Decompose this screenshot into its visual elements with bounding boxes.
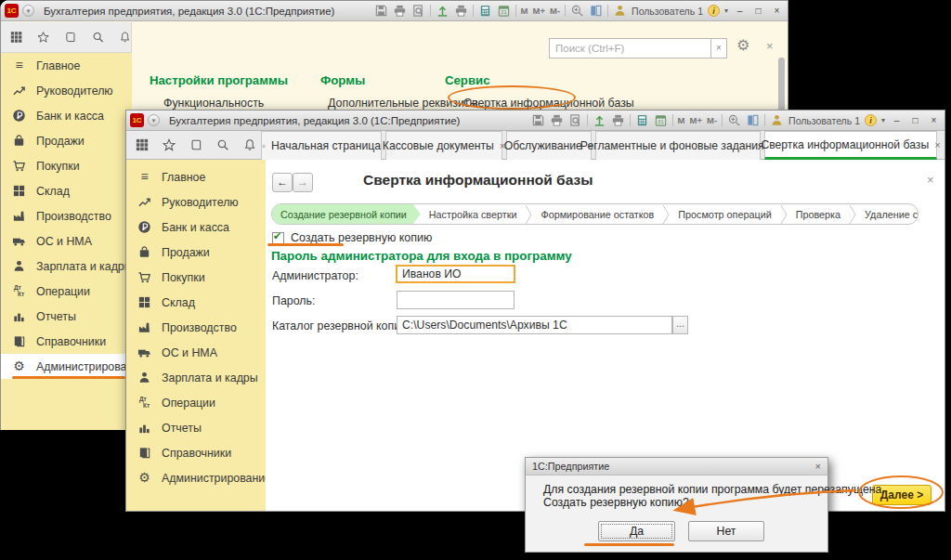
link-svertka-informatsionnoy-bazy[interactable]: Свертка информационной базы [463, 97, 634, 110]
forward-button[interactable]: → [293, 173, 313, 192]
chevron-down-icon[interactable]: ▾ [724, 7, 728, 15]
memory-mplus-button[interactable]: M+ [690, 115, 702, 125]
sidebar-item-operatsii[interactable]: ДтКтОперации [126, 390, 266, 415]
tab-close-icon[interactable]: × [934, 139, 940, 150]
tab-obsluzhivanie[interactable]: Обслуживание × [506, 131, 592, 160]
sidebar-item-spravochniki[interactable]: Справочники [1, 329, 132, 354]
memory-mminus-button[interactable]: M- [707, 115, 717, 125]
notifications-bell-icon[interactable] [119, 30, 131, 45]
zoom-icon[interactable] [570, 4, 584, 18]
sidebar-item-prodazhi[interactable]: Продажи [1, 128, 132, 153]
sidebar-item-pokupki[interactable]: Покупки [1, 153, 132, 178]
calculator-icon[interactable] [635, 113, 649, 127]
sidebar-item-administrirovanie[interactable]: ⚙Администрирование [1, 354, 132, 379]
maximize-button[interactable]: □ [908, 113, 922, 127]
info-icon[interactable]: i [708, 5, 720, 17]
info-icon[interactable]: i [865, 114, 877, 126]
panel-close-icon[interactable]: × [766, 39, 774, 53]
chevron-down-icon[interactable]: ▾ [881, 116, 885, 124]
page-close-icon[interactable]: × [927, 173, 934, 187]
window-menu-dropdown-icon[interactable]: ▾ [22, 5, 34, 17]
section-nastroyki-programmy[interactable]: Настройки программы [150, 73, 288, 87]
print-settings-icon[interactable] [611, 113, 625, 127]
print-preview-icon[interactable] [411, 4, 425, 18]
tab-reglamentnye-i-fonovye-zadaniya[interactable]: Регламентные и фоновые задания × [595, 131, 761, 160]
settings-gear-icon[interactable]: ⚙ [736, 36, 749, 54]
save-icon[interactable] [374, 4, 388, 18]
sidebar-item-otchety[interactable]: Отчеты [1, 304, 132, 329]
send-icon[interactable] [593, 113, 606, 127]
tab-nachalnaya-stranitsa[interactable]: Начальная страница [261, 131, 382, 160]
tab-kassovye-dokumenty[interactable]: Кассовые документы × [385, 131, 502, 160]
sidebar-item-otchety[interactable]: Отчеты [126, 415, 266, 440]
calendar-icon[interactable] [497, 4, 511, 18]
notifications-bell-icon[interactable] [243, 137, 256, 152]
link-funktsionalnost[interactable]: Функциональность [163, 97, 264, 110]
search-icon[interactable] [216, 137, 229, 152]
save-icon[interactable] [531, 113, 545, 127]
sidebar-item-sklad[interactable]: Склад [1, 178, 132, 203]
minimize-button[interactable]: – [733, 4, 747, 18]
history-icon[interactable] [189, 137, 202, 152]
section-servis[interactable]: Сервис [445, 73, 489, 87]
close-button[interactable]: × [770, 4, 784, 18]
print-preview-icon[interactable] [568, 113, 582, 127]
sidebar-item-prodazhi[interactable]: Продажи [126, 240, 266, 265]
zoom-icon[interactable] [727, 113, 741, 127]
sidebar-item-sklad[interactable]: Склад [126, 290, 266, 315]
dialog-close-icon[interactable]: × [815, 461, 821, 472]
password-field[interactable] [397, 291, 515, 309]
close-button[interactable]: × [927, 113, 941, 127]
calendar-icon[interactable] [654, 113, 668, 127]
search-input[interactable] [549, 38, 710, 59]
sidebar-item-proizvodstvo[interactable]: Производство [126, 315, 266, 340]
sidebar-item-glavnoe[interactable]: ≡Главное [126, 164, 266, 189]
search-clear-icon[interactable]: × [710, 38, 727, 59]
link-dopolnitelnye-rekvizity[interactable]: Дополнительные реквизиты [328, 97, 477, 110]
sidebar-item-proizvodstvo[interactable]: Производство [1, 203, 132, 228]
menu-grid-icon[interactable] [10, 30, 22, 45]
sidebar-item-rukovoditelyu[interactable]: Руководителю [1, 78, 132, 103]
maximize-button[interactable]: □ [751, 4, 765, 18]
tab-svertka-informatsionnoy-bazy[interactable]: Свертка информационной базы × [764, 131, 937, 160]
memory-mplus-button[interactable]: M+ [533, 6, 545, 16]
sidebar-item-bank-i-kassa[interactable]: Банк и касса [126, 215, 266, 240]
split-view-icon[interactable] [589, 4, 603, 18]
yes-button[interactable]: Да [598, 521, 675, 541]
favorites-star-icon[interactable] [163, 137, 176, 152]
sidebar-item-glavnoe[interactable]: ≡Главное [1, 53, 132, 78]
sidebar-item-spravochniki[interactable]: Справочники [126, 440, 266, 465]
sidebar-item-zarplata-i-kadry[interactable]: Зарплата и кадры [1, 254, 132, 279]
memory-mminus-button[interactable]: M- [550, 6, 560, 16]
history-icon[interactable] [64, 30, 76, 45]
sidebar-item-os-i-nma[interactable]: ОС и НМА [1, 228, 132, 254]
memory-m-button[interactable]: M [521, 6, 528, 16]
backup-folder-field[interactable] [397, 316, 672, 334]
user-name[interactable]: Пользователь 1 [632, 6, 703, 17]
sidebar-item-administrirovanie[interactable]: ⚙Администрирование [126, 465, 266, 490]
sidebar-item-bank-i-kassa[interactable]: Банк и касса [1, 103, 132, 128]
browse-button[interactable]: ... [672, 316, 688, 334]
window-menu-dropdown-icon[interactable]: ▾ [148, 114, 160, 126]
sidebar-item-operatsii[interactable]: ДтКтОперации [1, 279, 132, 304]
no-button[interactable]: Нет [688, 521, 764, 541]
split-view-icon[interactable] [746, 113, 760, 127]
checkbox-icon[interactable]: ✔ [272, 232, 284, 244]
sidebar-item-pokupki[interactable]: Покупки [126, 265, 266, 290]
sidebar-item-rukovoditelyu[interactable]: Руководителю [126, 189, 266, 215]
create-backup-checkbox[interactable]: ✔ Создать резервную копию [272, 231, 432, 244]
calculator-icon[interactable] [478, 4, 492, 18]
print-settings-icon[interactable] [454, 4, 468, 18]
minimize-button[interactable]: – [890, 113, 904, 127]
favorites-star-icon[interactable] [37, 30, 49, 45]
sidebar-item-os-i-nma[interactable]: ОС и НМА [126, 340, 266, 365]
search-icon[interactable] [92, 30, 104, 45]
send-icon[interactable] [436, 4, 449, 18]
sidebar-item-zarplata-i-kadry[interactable]: Зарплата и кадры [126, 365, 266, 390]
user-name[interactable]: Пользователь 1 [788, 115, 860, 126]
print-icon[interactable] [393, 4, 407, 18]
back-button[interactable]: ← [272, 173, 293, 192]
administrator-field[interactable] [396, 265, 515, 283]
section-formy[interactable]: Формы [320, 73, 365, 87]
scrollbar-thumb[interactable] [778, 58, 785, 117]
